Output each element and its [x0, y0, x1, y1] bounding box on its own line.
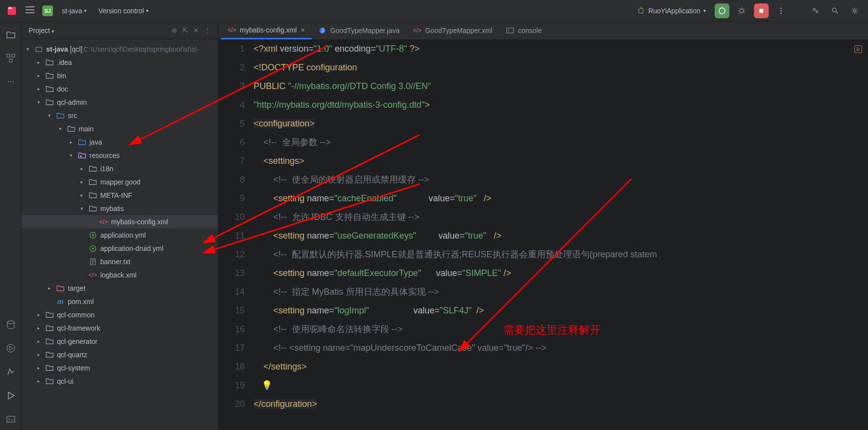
build-tool-icon[interactable] [5, 366, 17, 378]
tree-node-qcl-ui[interactable]: ▸qcl-ui [22, 374, 218, 388]
annotation-text: 需要把这里注释解开 [503, 323, 601, 338]
intention-bulb-icon[interactable]: 💡 [261, 380, 272, 390]
tree-node-qcl-generator[interactable]: ▸qcl-generator [22, 335, 218, 348]
tree-node-qcl-quartz[interactable]: ▸qcl-quartz [22, 348, 218, 361]
tree-node-application-druid-yml[interactable]: application-druid.yml [22, 242, 218, 255]
ide-logo-icon[interactable] [6, 5, 18, 17]
tree-node-resources[interactable]: ▾resources [22, 149, 218, 162]
tree-node-pom-xml[interactable]: mpom.xml [22, 295, 218, 308]
vcs-dropdown[interactable]: Version control▾ [95, 5, 151, 17]
editor-area: </>mybatis-config.xml×JGoodTypeMapper.ja… [218, 22, 868, 430]
svg-point-17 [7, 344, 15, 352]
more-button[interactable] [774, 3, 788, 18]
project-tool-icon[interactable] [5, 29, 17, 40]
svg-point-22 [92, 234, 94, 236]
tree-node-src[interactable]: ▾src [22, 109, 218, 122]
svg-rect-20 [80, 155, 82, 157]
stop-button[interactable] [754, 3, 769, 18]
tree-node-mapper-good[interactable]: ▸mapper.good [22, 175, 218, 188]
sidebar-title[interactable]: Project ▾ [29, 27, 54, 34]
svg-point-16 [7, 321, 14, 324]
tab-goodtypemapper-xml[interactable]: </>GoodTypeMapper.xml [406, 22, 499, 39]
svg-rect-14 [12, 54, 15, 57]
debug-button[interactable] [734, 3, 749, 18]
tree-node-bin[interactable]: ▸bin [22, 69, 218, 82]
tree-node-qcl-framework[interactable]: ▸qcl-framework [22, 321, 218, 335]
structure-tool-icon[interactable] [5, 52, 17, 64]
code-editor[interactable]: 1234567891011121314151617181920 <?xml ve… [218, 39, 868, 430]
svg-point-3 [719, 8, 725, 14]
services-tool-icon[interactable] [5, 342, 17, 354]
left-tool-rail: ⋯ [0, 22, 22, 430]
svg-point-9 [813, 8, 815, 11]
tree-node-qcl-system[interactable]: ▸qcl-system [22, 361, 218, 374]
top-bar: SJ st-java▾ Version control▾ RuoYiApplic… [0, 0, 868, 22]
search-icon[interactable] [828, 3, 842, 18]
svg-rect-1 [8, 7, 12, 9]
terminal-tool-icon[interactable] [5, 413, 17, 425]
svg-rect-15 [9, 59, 12, 62]
tree-node-banner-txt[interactable]: banner.txt [22, 255, 218, 268]
chevron-down-icon: ▾ [703, 8, 706, 13]
svg-rect-18 [7, 416, 15, 422]
chevron-down-icon: ▾ [84, 8, 87, 13]
tree-root[interactable]: ▾st-java [qcl] C:\Users\qcl\Desktop\spri… [22, 42, 218, 56]
svg-point-10 [816, 10, 818, 12]
tab-console[interactable]: console [499, 22, 549, 39]
svg-point-8 [781, 12, 782, 14]
expand-all-icon[interactable]: ⇱ [182, 27, 188, 34]
collapse-all-icon[interactable]: ✕ [193, 27, 199, 34]
tree-node--idea[interactable]: ▸.idea [22, 56, 218, 69]
tab-goodtypemapper-java[interactable]: JGoodTypeMapper.java [312, 22, 406, 39]
tree-node-i18n[interactable]: ▸i18n [22, 162, 218, 175]
svg-point-24 [92, 247, 94, 249]
tree-node-java[interactable]: ▸java [22, 135, 218, 149]
tree-node-qcl-admin[interactable]: ▾qcl-admin [22, 95, 218, 109]
tree-node-meta-inf[interactable]: ▸META-INF [22, 188, 218, 202]
sidebar-more-icon[interactable]: ⋮ [204, 27, 211, 34]
svg-rect-13 [7, 54, 10, 57]
svg-rect-5 [759, 9, 763, 13]
tree-node-logback-xml[interactable]: </>logback.xml [22, 268, 218, 281]
close-icon[interactable]: × [301, 26, 305, 34]
inspection-icon[interactable] [852, 43, 864, 55]
tree-node-main[interactable]: ▾main [22, 122, 218, 135]
tree-node-target[interactable]: ▸target [22, 281, 218, 295]
database-tool-icon[interactable] [5, 319, 17, 331]
chevron-down-icon: ▾ [52, 29, 54, 34]
svg-point-6 [781, 7, 782, 9]
svg-text:J: J [321, 28, 324, 33]
tab-mybatis-config-xml[interactable]: </>mybatis-config.xml× [221, 22, 312, 39]
run-config-dropdown[interactable]: RuoYiApplication▾ [633, 4, 710, 17]
svg-point-12 [854, 9, 856, 12]
main-menu-button[interactable] [24, 4, 36, 17]
editor-tabs: </>mybatis-config.xml×JGoodTypeMapper.ja… [218, 22, 868, 39]
svg-point-2 [638, 8, 643, 13]
select-opened-icon[interactable]: ⊕ [172, 27, 177, 34]
svg-point-4 [740, 9, 744, 13]
chevron-down-icon: ▾ [146, 8, 148, 13]
svg-point-11 [832, 8, 836, 12]
more-tools-icon[interactable]: ⋯ [5, 76, 17, 88]
project-badge[interactable]: SJ [42, 5, 53, 16]
tree-node-application-yml[interactable]: application.yml [22, 228, 218, 242]
tree-node-doc[interactable]: ▸doc [22, 82, 218, 95]
project-dropdown[interactable]: st-java▾ [59, 5, 89, 17]
run-button[interactable] [715, 3, 729, 18]
tree-node-mybatis-config-xml[interactable]: </>mybatis-config.xml [22, 215, 218, 228]
svg-rect-19 [36, 47, 42, 52]
code-with-me-icon[interactable] [808, 3, 823, 18]
run-tool-icon[interactable] [5, 390, 17, 401]
settings-icon[interactable] [847, 3, 862, 18]
tree-node-mybatis[interactable]: ▾mybatis [22, 202, 218, 215]
tree-node-qcl-common[interactable]: ▸qcl-common [22, 308, 218, 321]
project-tree[interactable]: ▾st-java [qcl] C:\Users\qcl\Desktop\spri… [22, 39, 218, 430]
project-sidebar: Project ▾ ⊕ ⇱ ✕ ⋮ ▾st-java [qcl] C:\User… [22, 22, 218, 430]
svg-point-7 [781, 10, 782, 11]
svg-rect-28 [507, 28, 514, 33]
